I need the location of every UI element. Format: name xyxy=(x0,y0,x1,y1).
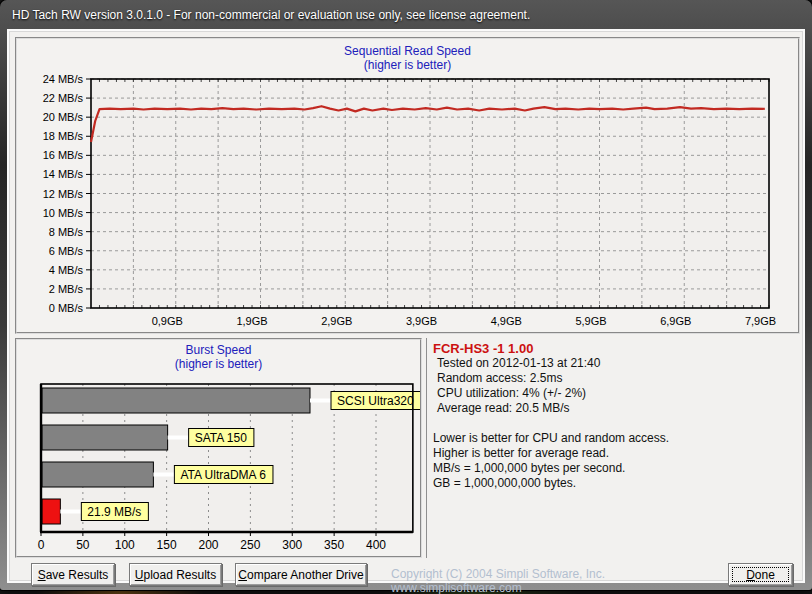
svg-text:400: 400 xyxy=(366,538,386,552)
svg-text:5,9GB: 5,9GB xyxy=(575,315,606,327)
compare-another-drive-button[interactable]: Compare Another Drive xyxy=(235,563,367,586)
save-results-button[interactable]: Save Results xyxy=(31,563,115,586)
drive-stats: Tested on 2012-01-13 at 21:40Random acce… xyxy=(433,356,798,416)
svg-text:24 MB/s: 24 MB/s xyxy=(43,73,84,85)
sequential-read-panel: Sequential Read Speed (higher is better)… xyxy=(15,37,800,334)
svg-text:6,9GB: 6,9GB xyxy=(660,315,691,327)
svg-text:200: 200 xyxy=(198,538,218,552)
svg-text:22 MB/s: 22 MB/s xyxy=(43,92,84,104)
svg-text:4,9GB: 4,9GB xyxy=(491,315,522,327)
svg-text:3,9GB: 3,9GB xyxy=(406,315,437,327)
svg-text:12 MB/s: 12 MB/s xyxy=(43,188,84,200)
svg-text:150: 150 xyxy=(157,538,177,552)
svg-text:2 MB/s: 2 MB/s xyxy=(49,283,84,295)
svg-text:250: 250 xyxy=(240,538,260,552)
svg-text:20 MB/s: 20 MB/s xyxy=(43,111,84,123)
svg-text:10 MB/s: 10 MB/s xyxy=(43,207,84,219)
svg-text:SATA 150: SATA 150 xyxy=(195,431,248,445)
burst-speed-panel: Burst Speed (higher is better) SCSI Ultr… xyxy=(15,338,422,558)
svg-text:ATA UltraDMA 6: ATA UltraDMA 6 xyxy=(180,468,266,482)
svg-text:4 MB/s: 4 MB/s xyxy=(49,264,84,276)
svg-text:18 MB/s: 18 MB/s xyxy=(43,130,84,142)
title-bar[interactable]: HD Tach RW version 3.0.1.0 - For non-com… xyxy=(0,0,812,29)
svg-text:7,9GB: 7,9GB xyxy=(745,315,776,327)
svg-text:SCSI Ultra320: SCSI Ultra320 xyxy=(337,394,414,408)
client-area: Sequential Read Speed (higher is better)… xyxy=(7,29,805,583)
sequential-read-chart: 0 MB/s2 MB/s4 MB/s6 MB/s8 MB/s10 MB/s12 … xyxy=(17,39,798,332)
svg-text:50: 50 xyxy=(76,538,90,552)
svg-text:100: 100 xyxy=(115,538,135,552)
info-line: Random access: 2.5ms xyxy=(437,371,798,386)
burst-speed-title: Burst Speed xyxy=(17,343,420,357)
results-notes: Lower is better for CPU and random acces… xyxy=(433,431,798,491)
info-line: MB/s = 1,000,000 bytes per second. xyxy=(433,461,798,476)
svg-text:0: 0 xyxy=(38,538,45,552)
results-info-panel: FCR-HS3 -1 1.00 Tested on 2012-01-13 at … xyxy=(426,338,798,558)
svg-text:8 MB/s: 8 MB/s xyxy=(49,226,84,238)
info-line: GB = 1,000,000,000 bytes. xyxy=(433,476,798,491)
svg-text:350: 350 xyxy=(324,538,344,552)
svg-text:6 MB/s: 6 MB/s xyxy=(49,245,84,257)
info-line: Average read: 20.5 MB/s xyxy=(437,401,798,416)
drive-title: FCR-HS3 -1 1.00 xyxy=(433,341,798,356)
svg-text:2,9GB: 2,9GB xyxy=(321,315,352,327)
svg-text:300: 300 xyxy=(282,538,302,552)
svg-text:16 MB/s: 16 MB/s xyxy=(43,149,84,161)
copyright-text: Copyright (C) 2004 Simpli Software, Inc.… xyxy=(391,567,721,594)
app-window: HD Tach RW version 3.0.1.0 - For non-com… xyxy=(0,0,812,590)
svg-text:21.9 MB/s: 21.9 MB/s xyxy=(87,505,141,519)
info-line: Lower is better for CPU and random acces… xyxy=(433,431,798,446)
svg-text:14 MB/s: 14 MB/s xyxy=(43,168,84,180)
done-button[interactable]: Done xyxy=(728,563,793,586)
info-line: Tested on 2012-01-13 at 21:40 xyxy=(437,356,798,371)
info-line: CPU utilization: 4% (+/- 2%) xyxy=(437,386,798,401)
info-line: Higher is better for average read. xyxy=(433,446,798,461)
svg-text:1,9GB: 1,9GB xyxy=(236,315,267,327)
burst-speed-chart: SCSI Ultra320SATA 150ATA UltraDMA 621.9 … xyxy=(17,374,420,556)
window-title: HD Tach RW version 3.0.1.0 - For non-com… xyxy=(12,8,530,22)
svg-text:0,9GB: 0,9GB xyxy=(152,315,183,327)
svg-text:0 MB/s: 0 MB/s xyxy=(49,302,84,314)
burst-speed-subtitle: (higher is better) xyxy=(17,357,420,371)
upload-results-button[interactable]: Upload Results xyxy=(129,563,222,586)
